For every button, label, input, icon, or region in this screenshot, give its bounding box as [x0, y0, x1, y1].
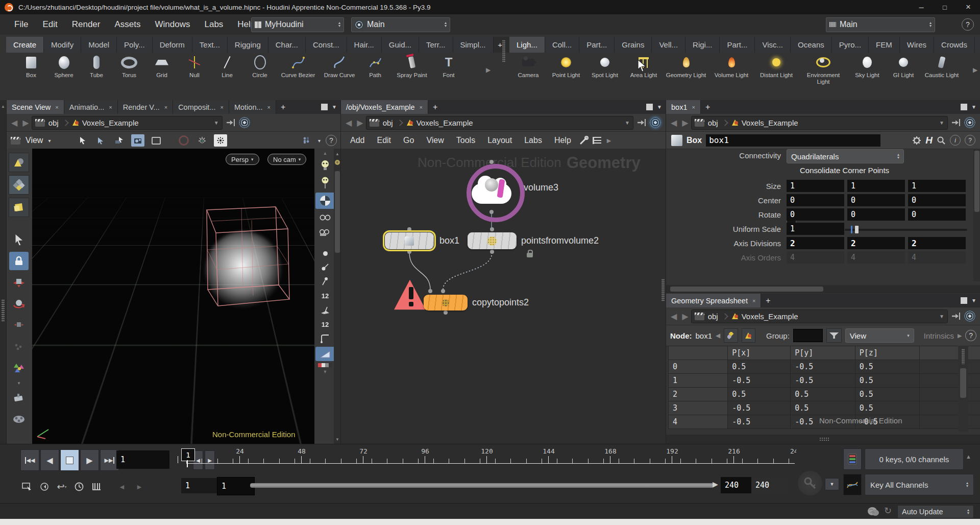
tab-animation-editor[interactable]: Animatio...× — [64, 100, 118, 114]
view-menu[interactable]: View — [26, 136, 43, 145]
menu-file[interactable]: File — [7, 19, 35, 30]
tab-render-view[interactable]: Render V...× — [118, 100, 173, 114]
tab-motion-view[interactable]: Motion...× — [229, 100, 276, 114]
tool-tube[interactable]: Tube — [81, 54, 112, 79]
close-icon[interactable]: × — [55, 104, 58, 110]
shelf-tab-particlefluids[interactable]: Part... — [720, 37, 755, 53]
tab-network-path[interactable]: /obj/Voxels_Example× — [341, 100, 428, 114]
point-numbers-icon[interactable]: 12 — [315, 290, 335, 302]
shelf-tab-drive[interactable]: Driv... — [975, 37, 980, 53]
tool-font[interactable]: TFont — [433, 54, 464, 79]
net-menu-layout[interactable]: Layout — [481, 136, 518, 145]
menu-edit[interactable]: Edit — [35, 19, 64, 30]
shelf-tab-vellum[interactable]: Vell... — [652, 37, 685, 53]
net-menu-labs[interactable]: Labs — [518, 136, 548, 145]
shelf-tab-wires[interactable]: Wires — [900, 37, 934, 53]
link-radar-icon[interactable] — [964, 311, 975, 322]
collapse-timeline-icon[interactable]: ▲ — [966, 454, 971, 460]
net-menu-edit[interactable]: Edit — [371, 136, 397, 145]
headlight-icon[interactable] — [315, 158, 335, 173]
table-row[interactable]: 2 0.5 0.5 0.5 — [669, 388, 980, 401]
spreadsheet-scrollbar[interactable] — [958, 346, 968, 432]
shelf-tab-collisions[interactable]: Coll... — [545, 37, 579, 53]
pane-maximize-icon[interactable] — [646, 104, 653, 110]
render-region-icon[interactable] — [195, 134, 209, 147]
playhead-marker[interactable]: 1 — [181, 448, 195, 461]
new-tab-button[interactable]: + — [276, 103, 290, 112]
animation-curve-button[interactable] — [843, 474, 862, 495]
table-row[interactable]: 3 -0.5 0.5 0.5 — [669, 401, 980, 415]
color-ramp-icon[interactable] — [318, 363, 332, 367]
pin-icon[interactable] — [227, 119, 235, 126]
key-all-channels-button[interactable]: Key All Channels ▴▾ — [865, 474, 974, 495]
keyframe-colors-button[interactable] — [843, 448, 862, 470]
pin-icon[interactable] — [952, 119, 960, 126]
expand-icon[interactable]: ▶ — [958, 332, 962, 339]
col-pz[interactable]: P[z] — [855, 346, 920, 360]
group-field[interactable] — [793, 329, 823, 342]
frame-view-icon[interactable] — [150, 134, 163, 147]
hull-display-icon[interactable] — [315, 332, 335, 345]
tool-gi-light[interactable]: GI Light — [888, 54, 919, 79]
secure-selection-icon[interactable] — [9, 252, 29, 270]
recook-icon[interactable]: ↻ — [884, 505, 892, 516]
tool-line[interactable]: Line — [211, 54, 243, 79]
center-x-field[interactable]: 0 — [787, 194, 844, 206]
shelf-tab-fem[interactable]: FEM — [869, 37, 900, 53]
tool-sky-light[interactable]: Sky Light — [849, 54, 885, 79]
close-icon[interactable]: × — [109, 104, 112, 110]
net-menu-view[interactable]: View — [420, 136, 450, 145]
size-y-field[interactable]: 1 — [847, 180, 905, 192]
tool-distant-light[interactable]: Distant Light — [755, 54, 797, 79]
info-icon[interactable]: i — [950, 135, 961, 146]
timeline-ruler[interactable] — [186, 463, 795, 464]
wrench-icon[interactable] — [577, 134, 591, 147]
update-mode-dropdown[interactable]: Auto Update ▴▾ — [897, 505, 974, 518]
help-button[interactable]: ? — [962, 18, 974, 31]
tool-point-light[interactable]: Point Light — [548, 54, 584, 79]
shelf-divider-handle[interactable] — [502, 40, 505, 62]
view-pivot-icon[interactable] — [9, 359, 29, 377]
tool-sphere[interactable]: Sphere — [48, 54, 80, 79]
select-objects-icon[interactable] — [9, 198, 29, 217]
tool-box[interactable]: Box — [15, 54, 47, 79]
forward-icon[interactable]: ▶ — [20, 118, 31, 128]
net-menu-tools[interactable]: Tools — [450, 136, 481, 145]
table-row[interactable]: 1 -0.5 -0.5 0.5 — [669, 374, 980, 388]
play-button[interactable]: ▶ — [80, 449, 99, 471]
persp-camera-menu[interactable]: Persp▾ — [226, 154, 259, 165]
shelf-tab-texture[interactable]: Text... — [192, 37, 228, 53]
menu-windows[interactable]: Windows — [148, 19, 198, 30]
select-tool-icon[interactable] — [94, 134, 108, 147]
persp-layout-icon[interactable] — [300, 134, 313, 147]
center-z-field[interactable]: 0 — [908, 194, 966, 206]
back-icon[interactable]: ◀ — [343, 118, 354, 128]
pane-arrow-icon[interactable]: ▲ — [1, 104, 5, 109]
prim-normals-icon[interactable] — [315, 304, 335, 316]
shelf-overflow-left[interactable]: ▶ — [486, 66, 491, 74]
tool-volume-light[interactable]: Volume Light — [710, 54, 753, 79]
no-cam-menu[interactable]: No cam▾ — [267, 154, 306, 165]
pose-handle-icon[interactable] — [9, 316, 29, 335]
divisions-z-field[interactable]: 2 — [908, 237, 966, 249]
cook-brain-icon[interactable] — [867, 506, 880, 518]
shelf-tab-constraints[interactable]: Const... — [306, 37, 347, 53]
display-options-icon[interactable] — [315, 211, 335, 224]
rotate-z-field[interactable]: 0 — [908, 208, 966, 221]
view-dropdown[interactable]: View ▾ — [845, 328, 914, 343]
tab-geometry-spreadsheet[interactable]: Geometry Spreadsheet× — [666, 294, 761, 307]
translate-handle-icon[interactable] — [9, 273, 29, 292]
select-arrow-icon[interactable] — [9, 230, 29, 249]
col-id[interactable] — [669, 346, 728, 360]
back-icon[interactable]: ◀ — [9, 118, 20, 128]
pane-menu-icon[interactable]: ▼ — [971, 298, 976, 303]
network-path-field[interactable]: obj Voxels_Example ▼ — [366, 116, 633, 130]
close-icon[interactable]: × — [692, 104, 695, 110]
col-px[interactable]: P[x] — [728, 346, 791, 360]
pin-icon[interactable] — [952, 313, 960, 320]
pane-menu-icon[interactable]: ▼ — [332, 104, 337, 110]
node-copytopoints2[interactable] — [424, 295, 468, 311]
desktop-selector[interactable]: MyHoudini ▴▾ — [251, 17, 344, 32]
new-tab-button[interactable]: + — [761, 296, 775, 305]
pane-help-icon[interactable]: ? — [326, 135, 337, 146]
